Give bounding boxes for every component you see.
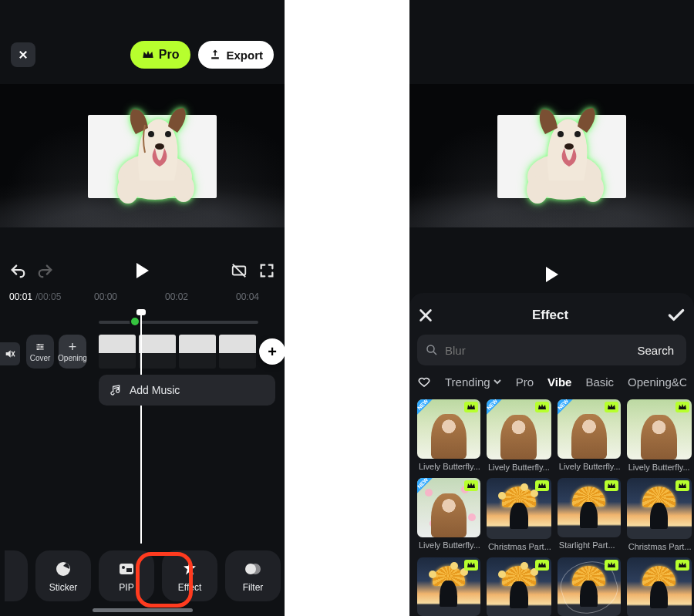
close-button[interactable] — [11, 42, 35, 67]
svg-point-3 — [155, 143, 164, 150]
subject-cutout — [507, 103, 622, 205]
pro-button[interactable]: Pro — [130, 41, 191, 69]
new-badge: NEW — [558, 399, 579, 421]
time-current: 00:01 — [9, 291, 32, 302]
tab-vibe[interactable]: Vibe — [547, 375, 571, 389]
tool-sticker[interactable]: Sticker — [35, 550, 91, 601]
sliders-icon — [35, 342, 45, 352]
tool-effect-label: Effect — [178, 582, 201, 593]
clip-frames[interactable]: + — [99, 335, 277, 369]
pro-badge — [605, 480, 618, 491]
svg-point-9 — [37, 348, 39, 349]
add-clip-button[interactable]: + — [259, 338, 285, 365]
tool-bar: Sticker PIP Effect Filter Adjus — [0, 547, 285, 605]
svg-point-1 — [148, 131, 154, 137]
timecodes: 00:01 /00:05 00:00 00:02 00:04 — [0, 291, 285, 308]
tool-sticker-label: Sticker — [49, 582, 78, 593]
tab-trending[interactable]: Trending — [445, 375, 502, 389]
effect-item[interactable]: Starlight Part... — [558, 478, 621, 550]
cover-button[interactable]: Cover — [26, 335, 54, 369]
timeline[interactable]: Cover + Opening + — [0, 308, 285, 378]
effect-item[interactable] — [627, 557, 692, 616]
favorites-tab[interactable] — [417, 375, 431, 389]
effect-item[interactable] — [487, 557, 551, 616]
tick-0: 00:00 — [94, 291, 117, 302]
pro-badge — [605, 402, 618, 412]
search-row: Search — [417, 335, 686, 365]
pro-badge — [675, 560, 689, 571]
effect-item[interactable] — [417, 557, 480, 616]
svg-point-8 — [41, 345, 42, 347]
svg-point-22 — [564, 143, 574, 150]
new-badge: NEW — [417, 478, 439, 500]
new-badge: NEW — [487, 399, 508, 421]
effect-item[interactable]: NEWLively Butterfly... — [417, 399, 480, 472]
aspect-button[interactable] — [231, 262, 248, 279]
play-button[interactable] — [544, 266, 560, 283]
panel-close-button[interactable] — [417, 307, 434, 324]
chevron-down-icon — [493, 377, 502, 386]
tab-basic[interactable]: Basic — [585, 375, 614, 389]
effect-label: Lively Butterfly... — [627, 463, 692, 472]
effect-label: Christmas Part... — [627, 542, 692, 551]
effect-item[interactable]: Lively Butterfly... — [627, 399, 692, 472]
panel-title: Effect — [532, 308, 568, 323]
play-button[interactable] — [135, 262, 150, 279]
svg-point-13 — [122, 566, 125, 569]
pro-badge — [535, 480, 549, 491]
tool-filter[interactable]: Filter — [225, 550, 281, 601]
opening-label: Opening — [58, 354, 87, 362]
pro-badge — [535, 402, 549, 412]
clip-start-dot[interactable] — [130, 316, 140, 327]
svg-point-25 — [427, 345, 434, 352]
effect-grid: NEWLively Butterfly...NEWLively Butterfl… — [417, 399, 686, 616]
svg-point-4 — [117, 176, 139, 204]
crown-icon — [142, 49, 154, 61]
mute-button[interactable] — [0, 342, 20, 365]
tab-pro[interactable]: Pro — [516, 375, 534, 389]
export-button[interactable]: Export — [198, 41, 274, 69]
tab-opening-closing[interactable]: Opening&Closing — [628, 375, 686, 389]
effect-label: Lively Butterfly... — [417, 540, 480, 550]
effect-item[interactable]: Christmas Part... — [627, 478, 692, 550]
effect-label: Lively Butterfly... — [558, 462, 621, 471]
playhead[interactable] — [140, 312, 142, 544]
search-input[interactable] — [445, 344, 626, 357]
tool-prev[interactable] — [5, 550, 28, 601]
search-button[interactable]: Search — [632, 344, 679, 357]
pro-badge — [535, 560, 549, 571]
export-icon — [209, 49, 221, 61]
redo-button[interactable] — [37, 262, 54, 279]
effect-label: Lively Butterfly... — [487, 463, 551, 472]
editor-screen: Pro Export — [0, 0, 285, 616]
category-tabs: Trending Pro Vibe Basic Opening&Closing — [417, 375, 686, 389]
add-music-button[interactable]: Add Music — [99, 375, 275, 406]
music-icon — [109, 384, 122, 396]
subject-cutout — [97, 103, 213, 205]
effect-item[interactable]: Christmas Part... — [487, 478, 551, 550]
svg-point-15 — [250, 564, 261, 574]
effect-item[interactable]: NEWLively Butterfly... — [487, 399, 551, 472]
pro-badge — [605, 560, 618, 571]
home-indicator — [93, 608, 193, 612]
tool-effect[interactable]: Effect — [162, 550, 217, 601]
effect-item[interactable]: NEWLively Butterfly... — [417, 478, 480, 550]
preview-area[interactable] — [409, 84, 694, 227]
svg-point-20 — [558, 131, 564, 137]
pip-icon — [117, 560, 136, 578]
tick-2: 00:04 — [236, 291, 259, 302]
panel-confirm-button[interactable] — [666, 305, 686, 325]
effect-item[interactable]: NEWLively Butterfly... — [558, 399, 621, 472]
pro-badge — [675, 480, 689, 491]
preview-area[interactable] — [0, 84, 285, 227]
fullscreen-button[interactable] — [258, 262, 275, 279]
effect-item[interactable] — [558, 557, 621, 616]
svg-point-24 — [582, 174, 604, 202]
effect-icon — [180, 560, 199, 578]
plus-icon: + — [69, 342, 77, 352]
undo-button[interactable] — [9, 262, 26, 279]
opening-button[interactable]: + Opening — [59, 335, 86, 369]
sticker-icon — [54, 560, 72, 578]
svg-point-10 — [56, 562, 70, 576]
tool-pip[interactable]: PIP — [99, 550, 154, 601]
